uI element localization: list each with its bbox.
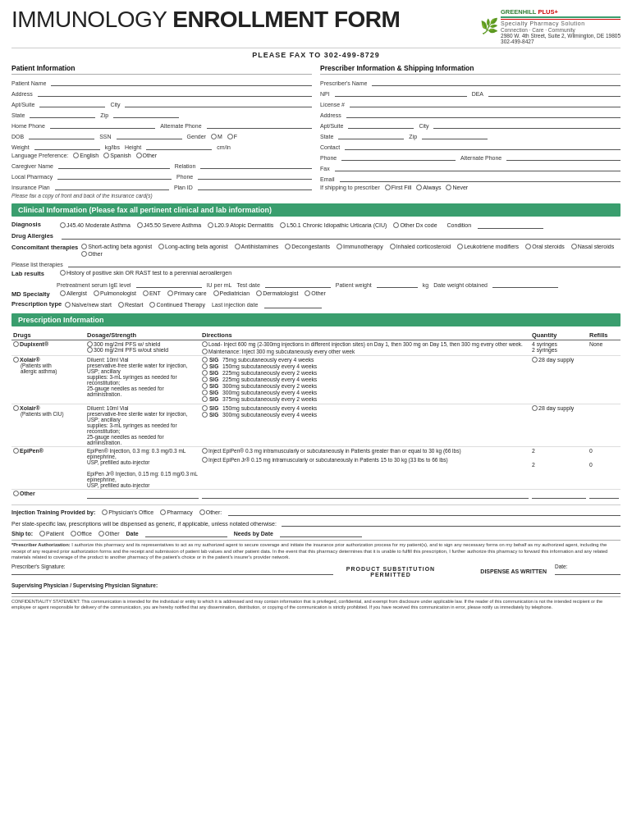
alt-phone-input[interactable] — [207, 121, 312, 129]
diag-l209[interactable]: L20.9 Atopic Dermatitis — [208, 222, 273, 228]
drug-allergies-input[interactable] — [62, 231, 621, 240]
other-radio[interactable] — [13, 491, 19, 496]
presc-alt-phone-input[interactable] — [506, 153, 621, 161]
ship-other[interactable]: Other — [98, 531, 120, 536]
xolair-ciu-sig2[interactable]: SIG300mg subcutaneously every 4 weeks — [202, 412, 529, 418]
presc-apt-input[interactable] — [348, 121, 414, 129]
state-input[interactable] — [30, 110, 95, 118]
diag-other[interactable]: Other Dx code — [393, 222, 437, 228]
xolair-sig7[interactable]: SIG375mg subcutaneously every 2 weeks — [202, 396, 529, 402]
never-radio[interactable] — [446, 185, 451, 190]
generic-note-input[interactable] — [282, 518, 621, 527]
epipen-dir2[interactable]: Inject EpiPen Jr® 0.15 mg intramuscularl… — [202, 457, 529, 463]
lang-other-radio[interactable] — [136, 153, 142, 158]
injection-pharmacy[interactable]: Pharmacy — [160, 509, 193, 515]
lang-spanish-radio[interactable] — [103, 153, 109, 158]
weight-input[interactable] — [34, 142, 100, 150]
xolair-sig2[interactable]: SIG150mg subcutaneously every 4 weeks — [202, 363, 529, 369]
lang-other-option[interactable]: Other — [136, 153, 158, 158]
xolair-asthma-radio[interactable] — [13, 357, 19, 363]
pretreatment-input[interactable] — [136, 280, 202, 288]
pharmacy-input[interactable] — [57, 171, 172, 180]
gender-m-radio[interactable] — [211, 134, 217, 139]
xolair-ciu-28day[interactable]: 28 day supply — [532, 405, 586, 411]
test-date-input[interactable] — [265, 280, 331, 288]
email-input[interactable] — [340, 174, 621, 182]
first-fill-option[interactable]: First Fill — [385, 185, 412, 190]
caregiver-input[interactable] — [58, 161, 170, 169]
needs-by-input[interactable] — [280, 529, 362, 537]
ship-patient[interactable]: Patient — [39, 531, 64, 536]
presc-zip-input[interactable] — [422, 131, 488, 139]
injection-physician[interactable]: Physician's Office — [102, 509, 153, 515]
rx-restart[interactable]: Restart — [118, 302, 144, 308]
gender-f-radio[interactable] — [227, 134, 233, 139]
md-other[interactable]: Other — [305, 290, 326, 296]
xolair-sig3[interactable]: SIG225mg subcutaneously every 2 weeks — [202, 370, 529, 376]
first-fill-radio[interactable] — [385, 185, 391, 190]
conc-short-beta[interactable]: Short-acting beta agonist — [81, 244, 152, 249]
md-allergist[interactable]: Allergist — [60, 290, 87, 296]
rx-continued[interactable]: Continued Therapy — [149, 302, 204, 308]
lang-spanish-option[interactable]: Spanish — [103, 153, 131, 158]
lang-english-option[interactable]: English — [73, 153, 98, 158]
dupixent-dir2[interactable]: Maintenance: Inject 300 mg subcutaneousl… — [202, 349, 529, 354]
fax-input[interactable] — [335, 163, 621, 171]
license-input[interactable] — [350, 99, 621, 107]
gender-m-option[interactable]: M — [211, 134, 222, 139]
always-radio[interactable] — [416, 185, 422, 190]
xolair-sig4[interactable]: SIG225mg subcutaneously every 4 weeks — [202, 377, 529, 382]
city-input[interactable] — [125, 99, 312, 107]
other-directions-input[interactable] — [202, 491, 529, 499]
presc-phone-input[interactable] — [341, 153, 456, 161]
rx-naive[interactable]: Naïve/new start — [65, 302, 112, 308]
md-dermatologist[interactable]: Dermatologist — [256, 290, 298, 296]
conc-oral-steroids[interactable]: Oral steroids — [525, 244, 565, 249]
ship-office[interactable]: Office — [71, 531, 92, 536]
patient-weight-input[interactable] — [377, 280, 418, 288]
address-input[interactable] — [38, 89, 312, 97]
pharmacy-phone-input[interactable] — [198, 171, 312, 180]
diag-j4540[interactable]: J45.40 Moderate Asthma — [60, 222, 131, 228]
height-input[interactable] — [146, 142, 212, 150]
epipen-radio[interactable] — [13, 448, 19, 454]
conc-antihistamines[interactable]: Antihistamines — [235, 244, 279, 249]
dupixent-select[interactable]: Dupixent® — [13, 341, 84, 347]
dupixent-dose1[interactable]: 300 mg/2ml PFS w/ shield — [87, 341, 199, 347]
other-select[interactable]: Other — [13, 491, 84, 496]
epipen-select[interactable]: EpiPen® — [13, 448, 84, 454]
md-pediatrician[interactable]: Pediatrician — [213, 290, 250, 296]
presc-state-input[interactable] — [338, 131, 404, 139]
contact-input[interactable] — [345, 142, 621, 150]
patient-name-input[interactable] — [51, 78, 312, 86]
dupixent-radio[interactable] — [13, 341, 19, 347]
conc-nasal-steroids[interactable]: Nasal steroids — [571, 244, 614, 249]
md-ent[interactable]: ENT — [143, 290, 161, 296]
relation-input[interactable] — [200, 161, 312, 169]
prescriber-name-input[interactable] — [372, 78, 621, 86]
plan-id-input[interactable] — [198, 182, 312, 190]
md-primary[interactable]: Primary care — [167, 290, 207, 296]
md-pulmonologist[interactable]: Pulmonologist — [94, 290, 136, 296]
gender-f-option[interactable]: F — [227, 134, 237, 139]
date-input[interactable] — [145, 529, 227, 537]
xolair-ciu-sig1[interactable]: SIG150mg subcutaneously every 4 weeks — [202, 405, 529, 411]
home-phone-input[interactable] — [50, 121, 155, 129]
xolair-sig1[interactable]: SIG75mg subcutaneously every 4 weeks — [202, 357, 529, 363]
conc-long-beta[interactable]: Long-acting beta agonist — [158, 244, 228, 249]
xolair-sig6[interactable]: SIG300mg subcutaneously every 4 weeks — [202, 390, 529, 395]
presc-city-input[interactable] — [433, 121, 621, 129]
dupixent-dir1[interactable]: Load- Inject 600 mg (2-300mg injections … — [202, 341, 529, 347]
other-dosage-input[interactable] — [87, 491, 199, 499]
xolair-asthma-select[interactable]: Xolair® — [13, 357, 84, 363]
npi-input[interactable] — [335, 89, 467, 97]
xolair-28day[interactable]: 28 day supply — [532, 357, 586, 363]
xolair-ciu-radio[interactable] — [13, 405, 19, 411]
injection-other[interactable]: Other: — [199, 509, 222, 515]
last-injection-input[interactable] — [264, 300, 322, 308]
conc-leukotriene[interactable]: Leukotriene modifiers — [457, 244, 519, 249]
conc-other[interactable]: Other — [81, 251, 103, 257]
injection-other-input[interactable] — [228, 508, 621, 516]
diag-l501[interactable]: L50.1 Chronic Idiopathic Urticaria (CIU) — [280, 222, 387, 228]
never-option[interactable]: Never — [446, 185, 468, 190]
